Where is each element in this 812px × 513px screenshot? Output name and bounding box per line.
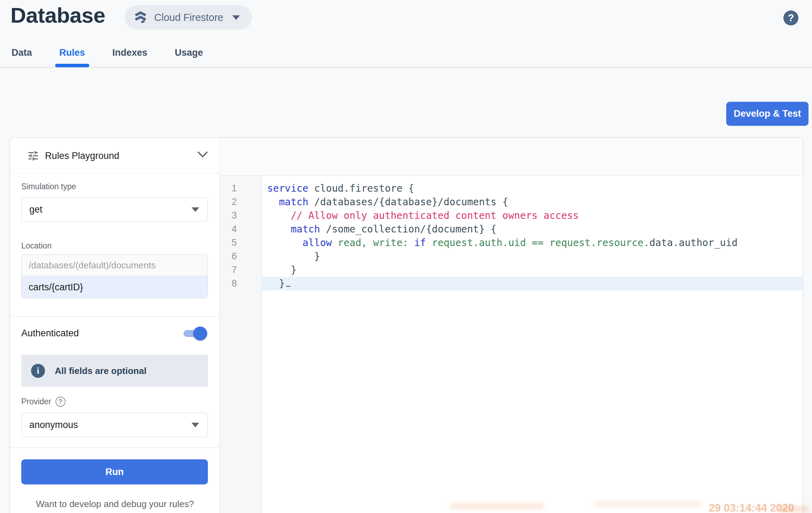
tab-usage[interactable]: Usage bbox=[174, 43, 204, 66]
divider bbox=[10, 447, 220, 448]
chevron-down-icon bbox=[191, 207, 199, 212]
panel-title: Rules Playground bbox=[45, 151, 119, 161]
chevron-down-icon bbox=[191, 423, 199, 427]
tune-icon bbox=[27, 150, 39, 162]
firestore-logo-icon bbox=[133, 10, 148, 25]
develop-and-test-button[interactable]: Develop & Test bbox=[726, 102, 809, 126]
line-number: 4 bbox=[220, 222, 262, 236]
product-chip-label: Cloud Firestore bbox=[154, 12, 223, 23]
code-line[interactable]: // Allow only authenticated content owne… bbox=[262, 209, 803, 222]
location-input[interactable]: carts/{cartID} bbox=[22, 276, 208, 298]
divider bbox=[10, 316, 220, 317]
line-number: 3 bbox=[220, 209, 262, 222]
try-dev-tools-link[interactable]: Try the dev tools bbox=[82, 512, 148, 513]
line-number-gutter: 12345678 bbox=[220, 176, 262, 513]
location-prefix: /databases/(default)/documents bbox=[22, 255, 208, 276]
run-button[interactable]: Run bbox=[21, 459, 208, 484]
toggle-thumb bbox=[193, 327, 207, 340]
rules-card: Rules Playground Simulation type get Loc… bbox=[10, 138, 803, 513]
rules-playground-header[interactable]: Rules Playground bbox=[10, 138, 220, 174]
tab-bar: Data Rules Indexes Usage bbox=[0, 43, 812, 68]
dev-tools-link: Try the dev tools bbox=[10, 512, 220, 513]
code-pane[interactable]: service cloud.firestore { match /databas… bbox=[262, 176, 803, 513]
rules-playground-panel: Rules Playground Simulation type get Loc… bbox=[10, 138, 220, 513]
code-line[interactable]: } bbox=[262, 250, 803, 263]
provider-value: anonymous bbox=[29, 420, 78, 430]
provider-label-row: Provider ? bbox=[21, 397, 66, 407]
info-banner-text: All fields are optional bbox=[55, 366, 146, 376]
code-line[interactable]: } bbox=[262, 277, 803, 290]
tab-indexes[interactable]: Indexes bbox=[112, 43, 148, 66]
location-placeholder: /databases/(default)/documents bbox=[29, 260, 156, 271]
line-number: 2 bbox=[220, 195, 262, 209]
location-value: carts/{cartID} bbox=[29, 282, 83, 293]
code-line[interactable]: allow read, write: if request.auth.uid =… bbox=[262, 236, 803, 250]
editor-body[interactable]: 12345678 service cloud.firestore { match… bbox=[220, 176, 803, 513]
dev-tools-prompt: Want to develop and debug your rules? bbox=[10, 499, 220, 510]
chevron-down-icon bbox=[232, 15, 240, 20]
tab-rules[interactable]: Rules bbox=[59, 43, 86, 66]
page-title: Database bbox=[10, 3, 105, 28]
simulation-type-select[interactable]: get bbox=[21, 197, 208, 222]
provider-help-icon[interactable]: ? bbox=[55, 397, 66, 407]
location-field[interactable]: /databases/(default)/documents carts/{ca… bbox=[21, 254, 208, 298]
simulation-type-label: Simulation type bbox=[21, 182, 76, 191]
code-line[interactable]: match /databases/{database}/documents { bbox=[262, 195, 803, 209]
provider-select[interactable]: anonymous bbox=[21, 413, 208, 437]
code-line[interactable]: } bbox=[262, 263, 803, 277]
line-number: 1 bbox=[220, 182, 262, 195]
line-number: 8 bbox=[220, 277, 262, 290]
info-banner: i All fields are optional bbox=[21, 355, 208, 387]
authenticated-label: Authenticated bbox=[21, 328, 79, 339]
rules-editor: 12345678 service cloud.firestore { match… bbox=[220, 138, 803, 513]
authenticated-row: Authenticated bbox=[21, 328, 208, 339]
info-icon: i bbox=[31, 364, 45, 378]
provider-label: Provider bbox=[21, 397, 51, 406]
line-number: 5 bbox=[220, 236, 262, 250]
editor-toolbar bbox=[220, 138, 803, 176]
authenticated-toggle[interactable] bbox=[183, 329, 204, 338]
tab-data[interactable]: Data bbox=[11, 43, 33, 66]
code-line[interactable]: match /some_collection/{document} { bbox=[262, 222, 803, 236]
simulation-type-value: get bbox=[29, 204, 43, 215]
text-cursor bbox=[286, 286, 291, 287]
line-number: 7 bbox=[220, 263, 262, 277]
collapse-chevron-icon[interactable] bbox=[197, 151, 208, 158]
question-mark-icon: ? bbox=[788, 12, 794, 24]
firestore-database-page: Database Cloud Firestore ? Data Rules In… bbox=[0, 0, 812, 513]
location-label: Location bbox=[21, 241, 52, 251]
product-selector-chip[interactable]: Cloud Firestore bbox=[125, 5, 252, 30]
code-line[interactable]: service cloud.firestore { bbox=[262, 182, 803, 195]
help-button[interactable]: ? bbox=[783, 10, 798, 25]
line-number: 6 bbox=[220, 250, 262, 263]
